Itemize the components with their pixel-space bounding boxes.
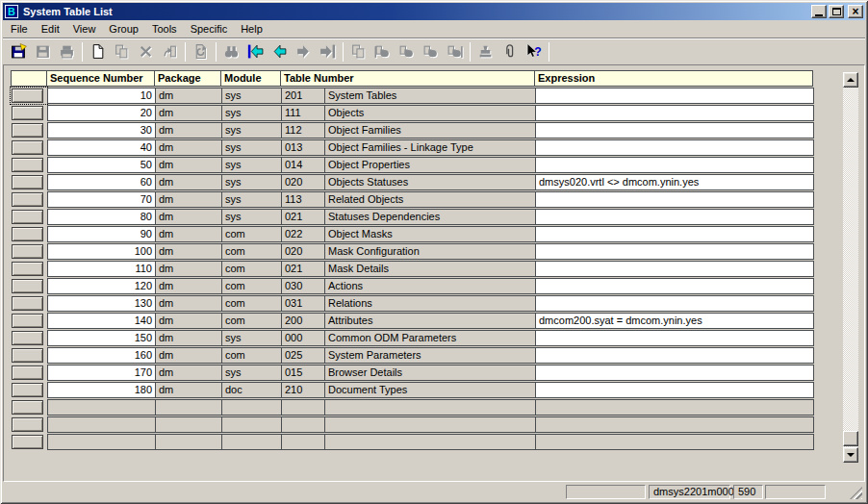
cell-module[interactable]: com [221, 347, 282, 364]
scrollbar-track[interactable] [843, 88, 858, 447]
cell-sequence-number[interactable]: 10 [47, 88, 156, 104]
row-selector-button[interactable] [12, 348, 43, 363]
cell-sequence-number[interactable]: 70 [47, 191, 156, 208]
row-selector-button[interactable] [12, 279, 43, 293]
cell-sequence-number[interactable]: 30 [47, 122, 156, 139]
cell-package[interactable]: dm [155, 365, 222, 381]
cell-package[interactable]: dm [155, 243, 222, 260]
cell-table-number-empty[interactable] [281, 434, 325, 450]
cell-table-name-empty[interactable] [324, 434, 536, 450]
scroll-up-button[interactable] [843, 72, 858, 88]
cell-module[interactable]: sys [221, 139, 282, 156]
cell-expression[interactable] [535, 209, 814, 225]
cell-module-empty[interactable] [221, 416, 282, 433]
row-selector-button[interactable] [12, 417, 43, 432]
row-selector-button[interactable] [12, 296, 43, 311]
cell-module[interactable]: sys [221, 122, 282, 139]
cell-sequence-number[interactable]: 40 [47, 139, 156, 156]
row-selector-button[interactable] [12, 192, 43, 207]
cell-table-number[interactable]: 000 [281, 330, 325, 346]
cell-module[interactable]: sys [221, 191, 282, 208]
cell-module[interactable]: doc [221, 382, 282, 398]
cell-expression[interactable] [535, 139, 814, 156]
cell-package[interactable]: dm [155, 88, 222, 104]
cell-table-number[interactable]: 113 [281, 191, 325, 208]
cell-expression[interactable] [535, 261, 814, 277]
cell-module[interactable]: com [221, 313, 282, 329]
first-record-button[interactable] [243, 40, 268, 63]
row-selector-button[interactable] [12, 175, 43, 189]
cell-sequence-number[interactable]: 60 [47, 174, 156, 190]
cell-sequence-number-empty[interactable] [47, 416, 156, 433]
cell-table-number[interactable]: 111 [281, 105, 325, 121]
cell-module[interactable]: com [221, 278, 282, 294]
cell-sequence-number[interactable]: 50 [47, 157, 156, 173]
cell-table-name[interactable]: Object Families [324, 122, 536, 139]
row-selector-button[interactable] [12, 400, 43, 415]
cell-package[interactable]: dm [155, 174, 222, 190]
cell-table-name[interactable]: Object Properties [324, 157, 536, 173]
cell-sequence-number[interactable]: 90 [47, 226, 156, 242]
cell-package[interactable]: dm [155, 382, 222, 398]
menu-item-group[interactable]: Group [102, 21, 145, 37]
cell-module[interactable]: sys [221, 157, 282, 173]
cell-module[interactable]: sys [221, 174, 282, 190]
cell-expression[interactable] [535, 295, 814, 312]
cell-package-empty[interactable] [155, 434, 222, 450]
cell-module-empty[interactable] [221, 434, 282, 450]
cell-table-number[interactable]: 021 [281, 209, 325, 225]
cell-table-number[interactable]: 013 [281, 139, 325, 156]
cell-package[interactable]: dm [155, 330, 222, 346]
row-selector-button[interactable] [12, 158, 43, 172]
cell-package[interactable]: dm [155, 261, 222, 277]
row-selector-button[interactable] [12, 106, 43, 120]
cell-module[interactable]: com [221, 226, 282, 242]
cell-package[interactable]: dm [155, 191, 222, 208]
resize-grip[interactable] [850, 487, 862, 499]
cell-sequence-number[interactable]: 20 [47, 105, 156, 121]
cell-table-name[interactable]: Document Types [324, 382, 536, 398]
row-selector-button[interactable] [12, 140, 43, 155]
attachment-button[interactable] [498, 40, 522, 63]
cell-expression[interactable] [535, 191, 814, 208]
cell-expression[interactable] [535, 243, 814, 260]
menu-item-specific[interactable]: Specific [184, 21, 235, 37]
cell-module[interactable]: com [221, 295, 282, 312]
cell-module[interactable]: com [221, 243, 282, 260]
cell-expression-empty[interactable] [535, 416, 814, 433]
row-selector-button[interactable] [12, 383, 43, 397]
cell-table-number[interactable]: 015 [281, 365, 325, 381]
cell-package[interactable]: dm [155, 209, 222, 225]
vertical-scrollbar[interactable] [843, 72, 858, 463]
new-record-button[interactable] [86, 40, 110, 63]
cell-module-empty[interactable] [221, 399, 282, 416]
cell-table-name[interactable]: Attributes [324, 313, 536, 329]
cell-sequence-number-empty[interactable] [47, 399, 156, 416]
cell-sequence-number[interactable]: 100 [47, 243, 156, 260]
maximize-button[interactable] [829, 5, 844, 18]
cell-expression[interactable] [535, 157, 814, 173]
row-selector-button[interactable] [12, 262, 43, 276]
row-selector-button[interactable] [12, 210, 43, 224]
cell-table-name[interactable]: Mask Details [324, 261, 536, 277]
row-selector-button[interactable] [12, 227, 43, 241]
cell-table-name[interactable]: Relations [324, 295, 536, 312]
cell-expression[interactable] [535, 330, 814, 346]
menu-item-view[interactable]: View [66, 21, 103, 37]
cell-module[interactable]: sys [221, 209, 282, 225]
cell-package[interactable]: dm [155, 278, 222, 294]
cell-table-name[interactable]: Mask Configuration [324, 243, 536, 260]
row-selector-button[interactable] [12, 331, 43, 345]
cell-package[interactable]: dm [155, 313, 222, 329]
cell-table-name[interactable]: Objects [324, 105, 536, 121]
cell-sequence-number[interactable]: 80 [47, 209, 156, 225]
cell-expression-empty[interactable] [535, 434, 814, 450]
menu-item-help[interactable]: Help [234, 21, 269, 37]
cell-expression[interactable]: dmcom200.syat = dmcom.ynin.yes [535, 313, 814, 329]
cell-package[interactable]: dm [155, 226, 222, 242]
cell-sequence-number[interactable]: 130 [47, 295, 156, 312]
minimize-button[interactable] [811, 5, 827, 18]
cell-sequence-number[interactable]: 180 [47, 382, 156, 398]
cell-expression[interactable] [535, 347, 814, 364]
cell-expression[interactable] [535, 365, 814, 381]
